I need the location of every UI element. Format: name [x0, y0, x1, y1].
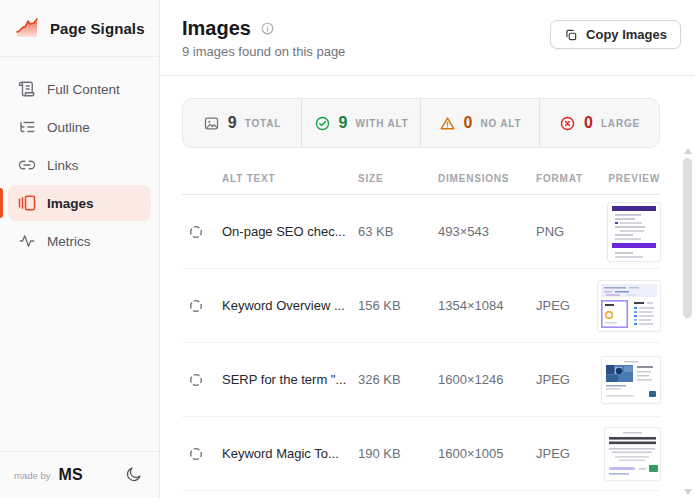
active-accent-bar: [0, 188, 3, 218]
format-cell: JPEG: [536, 446, 598, 461]
column-header-alt-text: ALT TEXT: [222, 173, 358, 184]
theme-toggle-button[interactable]: [123, 463, 145, 488]
info-icon[interactable]: [260, 21, 275, 36]
scrollbar-track[interactable]: [682, 148, 693, 495]
stat-no-alt: 0 NO ALT: [421, 99, 540, 147]
alt-text-cell: Keyword Magic To...: [222, 446, 358, 461]
scrollbar-down-arrow[interactable]: [684, 489, 692, 495]
warning-triangle-icon: [439, 115, 456, 132]
sidebar-item-label: Metrics: [47, 234, 91, 249]
app-title: Page Signals: [50, 20, 145, 37]
sidebar-item-links[interactable]: Links: [8, 147, 151, 183]
x-circle-icon: [559, 115, 576, 132]
column-header-dimensions: DIMENSIONS: [438, 173, 536, 184]
scrollbar-up-arrow[interactable]: [684, 148, 692, 154]
dimensions-cell: 1600×1005: [438, 446, 536, 461]
copy-icon: [564, 28, 578, 42]
list-tree-icon: [18, 118, 36, 136]
sidebar-item-metrics[interactable]: Metrics: [8, 223, 151, 259]
table-row: SERP for the term "... 326 KB 1600×1246 …: [182, 343, 660, 417]
copy-images-label: Copy Images: [586, 27, 667, 42]
link-icon: [18, 156, 36, 174]
preview-thumbnail[interactable]: [608, 203, 660, 261]
alt-text-cell: SERP for the term "...: [222, 372, 358, 387]
format-cell: JPEG: [536, 298, 598, 313]
sidebar-item-outline[interactable]: Outline: [8, 109, 151, 145]
sidebar-item-images[interactable]: Images: [8, 185, 151, 221]
column-header-preview: PREVIEW: [608, 173, 660, 184]
sidebar-nav: Full Content Outline Links: [0, 57, 159, 451]
stat-total-label: TOTAL: [245, 118, 281, 129]
alt-text-cell: Keyword Overview ...: [222, 298, 358, 313]
stat-large-label: LARGE: [601, 118, 640, 129]
images-scroll-area: 9 TOTAL 9 WITH ALT: [160, 76, 695, 498]
images-table-header: ALT TEXT SIZE DIMENSIONS FORMAT PREVIEW: [182, 162, 660, 195]
crosshair-locate-icon[interactable]: [182, 446, 222, 462]
check-circle-icon: [314, 115, 331, 132]
made-by-label: made by: [14, 470, 50, 481]
sidebar-item-label: Full Content: [47, 82, 120, 97]
main-content: Images 9 images found on this page Copy …: [160, 0, 695, 498]
stat-total: 9 TOTAL: [183, 99, 302, 147]
size-cell: 326 KB: [358, 372, 438, 387]
dimensions-cell: 1354×1084: [438, 298, 536, 313]
format-cell: JPEG: [536, 372, 598, 387]
table-row: Keyword Overview ... 156 KB 1354×1084 JP…: [182, 269, 660, 343]
sidebar-item-label: Images: [47, 196, 94, 211]
stat-with-alt: 9 WITH ALT: [302, 99, 421, 147]
crosshair-locate-icon[interactable]: [182, 298, 222, 314]
format-cell: PNG: [536, 224, 598, 239]
stat-total-value: 9: [228, 114, 237, 132]
moon-icon: [125, 465, 143, 486]
dimensions-cell: 493×543: [438, 224, 536, 239]
image-count-subtitle: 9 images found on this page: [182, 44, 345, 59]
author-label: MS: [58, 466, 82, 484]
stat-large-value: 0: [584, 114, 593, 132]
column-header-format: FORMAT: [536, 173, 598, 184]
stat-large: 0 LARGE: [540, 99, 659, 147]
size-cell: 190 KB: [358, 446, 438, 461]
preview-thumbnail[interactable]: [605, 428, 660, 480]
stat-with-alt-label: WITH ALT: [355, 118, 408, 129]
main-header: Images 9 images found on this page Copy …: [160, 0, 695, 76]
stat-with-alt-value: 9: [339, 114, 348, 132]
table-row: Keyword Magic To... 190 KB 1600×1005 JPE…: [182, 417, 660, 491]
sidebar-item-full-content[interactable]: Full Content: [8, 71, 151, 107]
alt-text-cell: On-page SEO chec...: [222, 224, 358, 239]
sidebar-item-label: Outline: [47, 120, 90, 135]
area-chart-logo-icon: [14, 17, 40, 39]
crosshair-locate-icon[interactable]: [182, 372, 222, 388]
column-header-size: SIZE: [358, 173, 438, 184]
table-row: On-page SEO chec... 63 KB 493×543 PNG: [182, 195, 660, 269]
scroll-text-icon: [18, 80, 36, 98]
crosshair-locate-icon[interactable]: [182, 224, 222, 240]
preview-thumbnail[interactable]: [602, 357, 660, 403]
size-cell: 63 KB: [358, 224, 438, 239]
images-gallery-icon: [18, 194, 36, 212]
page-signals-app: Page Signals Full Content: [0, 0, 695, 498]
image-stats-bar: 9 TOTAL 9 WITH ALT: [182, 98, 660, 148]
page-title: Images: [182, 17, 251, 40]
copy-images-button[interactable]: Copy Images: [550, 20, 681, 49]
sidebar-item-label: Links: [47, 158, 79, 173]
scrollbar-thumb[interactable]: [683, 158, 692, 318]
stat-no-alt-label: NO ALT: [481, 118, 522, 129]
stat-no-alt-value: 0: [464, 114, 473, 132]
activity-pulse-icon: [18, 232, 36, 250]
image-icon: [203, 115, 220, 132]
sidebar: Page Signals Full Content: [0, 0, 160, 498]
sidebar-footer: made by MS: [0, 451, 159, 498]
preview-thumbnail[interactable]: [598, 281, 660, 331]
app-logo-row: Page Signals: [0, 0, 159, 57]
dimensions-cell: 1600×1246: [438, 372, 536, 387]
images-table: ALT TEXT SIZE DIMENSIONS FORMAT PREVIEW …: [182, 162, 660, 491]
size-cell: 156 KB: [358, 298, 438, 313]
